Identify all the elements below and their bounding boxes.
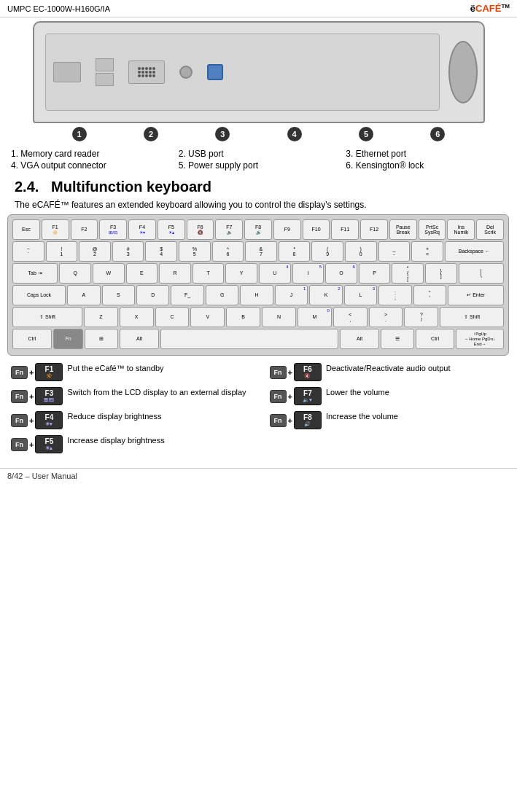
key-backslash[interactable]: |\ xyxy=(459,263,504,284)
audio-port xyxy=(179,66,193,79)
key-shift-right[interactable]: ⇧ Shift xyxy=(440,307,504,327)
keyboard-row-asdf: Caps Lock A S D F_ G H J1 K2 L3 :; "' ↵ … xyxy=(12,285,504,305)
key-f8[interactable]: F8🔊 xyxy=(244,219,272,240)
key-tab[interactable]: Tab ⇥ xyxy=(12,263,58,284)
key-tilde[interactable]: ~` xyxy=(12,241,44,262)
key-win[interactable]: ⊞ xyxy=(85,329,118,349)
port-info-3: 3. Ethernet port xyxy=(346,149,506,159)
shortcut-f8-key: F8 🔊 xyxy=(294,411,322,429)
key-n[interactable]: N xyxy=(262,307,296,327)
key-m[interactable]: M0 xyxy=(298,307,332,327)
key-f[interactable]: F_ xyxy=(171,285,203,305)
port-label-3: 3 xyxy=(215,127,230,141)
device-diagram-section: 1 2 3 4 5 6 xyxy=(15,21,502,141)
key-p[interactable]: P xyxy=(359,263,391,284)
key-period[interactable]: >. xyxy=(369,307,403,327)
keyboard-row-bottom: Ctrl Fn ⊞ Alt Alt ☰ Ctrl ↑PgUp←Home PgDn… xyxy=(12,329,504,349)
key-8[interactable]: *8 xyxy=(279,241,311,262)
key-3[interactable]: #3 xyxy=(112,241,144,262)
key-slash[interactable]: ?/ xyxy=(404,307,438,327)
key-shift-left[interactable]: ⇧ Shift xyxy=(12,307,82,327)
plus-sign-2: + xyxy=(288,368,292,377)
key-w[interactable]: W xyxy=(93,263,125,284)
shortcuts-section: Fn + F1 🔅 Put the eCafé™ to standby Fn +… xyxy=(0,356,517,461)
key-f4[interactable]: F4☀▾ xyxy=(128,219,156,240)
key-ctrl-right[interactable]: Ctrl xyxy=(416,329,455,349)
key-arrows[interactable]: ↑PgUp←Home PgDn↓End→ xyxy=(456,329,504,349)
plus-sign-7: + xyxy=(29,440,34,449)
section-desc: The eCAFÉ™ features an extended keyboard… xyxy=(0,200,517,214)
key-comma[interactable]: <, xyxy=(333,307,368,327)
key-y[interactable]: Y xyxy=(225,263,257,284)
key-prtsc[interactable]: PrtScSysRq xyxy=(419,219,446,240)
vga-port xyxy=(128,60,165,84)
shortcut-f1-keys: Fn + F1 🔅 xyxy=(11,363,63,381)
key-c[interactable]: C xyxy=(155,307,190,327)
key-f7[interactable]: F7🔉 xyxy=(215,219,243,240)
key-9[interactable]: (9 xyxy=(311,241,343,262)
key-k[interactable]: K2 xyxy=(309,285,342,305)
key-i[interactable]: I5 xyxy=(292,263,324,284)
key-s[interactable]: S xyxy=(102,285,135,305)
key-q[interactable]: Q xyxy=(59,263,91,284)
key-caps-lock[interactable]: Caps Lock xyxy=(12,285,66,305)
key-del[interactable]: DelScrlk xyxy=(476,219,504,240)
key-d[interactable]: D xyxy=(136,285,169,305)
key-6[interactable]: ^6 xyxy=(212,241,244,262)
keyboard-row-qwerty: Tab ⇥ Q W E R T Y U4 I5 O6 P *{[ }] |\ xyxy=(12,263,504,284)
key-j[interactable]: J1 xyxy=(275,285,308,305)
key-x[interactable]: X xyxy=(120,307,154,327)
key-e[interactable]: E xyxy=(126,263,158,284)
key-f9[interactable]: F9 xyxy=(273,219,301,240)
key-backspace[interactable]: Backspace ← xyxy=(445,241,504,262)
key-g[interactable]: G xyxy=(206,285,238,305)
key-t[interactable]: T xyxy=(193,263,225,284)
shortcut-fn-key-4: Fn xyxy=(270,390,287,403)
key-alt-left[interactable]: Alt xyxy=(120,329,159,349)
key-fn[interactable]: Fn xyxy=(53,329,84,349)
key-7[interactable]: &7 xyxy=(245,241,277,262)
key-z[interactable]: Z xyxy=(84,307,118,327)
port-info-6: 6. Kensington® lock xyxy=(346,160,506,171)
key-2[interactable]: @2 xyxy=(79,241,111,262)
key-menu[interactable]: ☰ xyxy=(381,329,414,349)
key-5[interactable]: %5 xyxy=(179,241,211,262)
key-enter[interactable]: ↵ Enter xyxy=(448,285,504,305)
key-a[interactable]: A xyxy=(67,285,100,305)
key-b[interactable]: B xyxy=(226,307,260,327)
key-v[interactable]: V xyxy=(190,307,225,327)
key-alt-right[interactable]: Alt xyxy=(340,329,379,349)
key-f12[interactable]: F12 xyxy=(360,219,388,240)
key-l[interactable]: L3 xyxy=(344,285,377,305)
key-f11[interactable]: F11 xyxy=(331,219,359,240)
key-pause[interactable]: PauseBreak xyxy=(389,219,417,240)
key-1[interactable]: !1 xyxy=(46,241,78,262)
key-f3[interactable]: F3⊞/⊟ xyxy=(99,219,127,240)
key-equals[interactable]: += xyxy=(411,241,443,262)
key-bracket-open[interactable]: *{[ xyxy=(392,263,424,284)
key-f1[interactable]: F1🔅 xyxy=(42,219,69,240)
port-label-1: 1 xyxy=(72,127,87,141)
key-h[interactable]: H xyxy=(240,285,273,305)
shortcut-f6: Fn + F6 🔇 Deactivate/Reactivate audio ou… xyxy=(270,363,507,381)
key-f10[interactable]: F10 xyxy=(303,219,330,240)
key-esc[interactable]: Esc xyxy=(12,219,40,240)
key-u[interactable]: U4 xyxy=(259,263,291,284)
key-minus[interactable]: _- xyxy=(378,241,411,262)
shortcut-f4-key: F4 ☀▾ xyxy=(35,411,63,429)
key-f2[interactable]: F2 xyxy=(71,219,98,240)
key-ctrl-left[interactable]: Ctrl xyxy=(12,329,52,349)
key-quote[interactable]: "' xyxy=(413,285,446,305)
key-ins[interactable]: InsNumlk xyxy=(447,219,475,240)
key-4[interactable]: $4 xyxy=(145,241,177,262)
key-o[interactable]: O6 xyxy=(325,263,357,284)
key-0[interactable]: )0 xyxy=(345,241,377,262)
port-info-2: 2. USB port xyxy=(179,149,339,159)
key-semicolon[interactable]: :; xyxy=(378,285,411,305)
key-r[interactable]: R xyxy=(159,263,191,284)
key-bracket-close[interactable]: }] xyxy=(425,263,457,284)
key-f6[interactable]: F6🔇 xyxy=(187,219,214,240)
key-f5[interactable]: F5☀▴ xyxy=(158,219,185,240)
plus-sign-6: + xyxy=(288,416,292,425)
key-space[interactable] xyxy=(160,329,338,349)
